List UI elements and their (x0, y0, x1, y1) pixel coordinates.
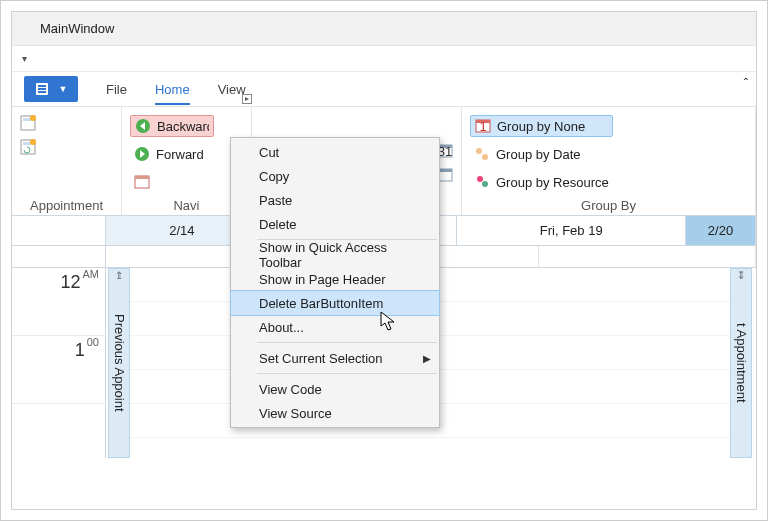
smart-tag-icon[interactable]: ▸ (242, 94, 252, 104)
menu-show-page-header[interactable]: Show in Page Header (231, 267, 439, 291)
new-appointment-icon[interactable] (20, 115, 36, 131)
svg-point-23 (482, 154, 488, 160)
menu-separator (257, 342, 437, 343)
group-resource-icon (474, 174, 490, 190)
svg-rect-18 (438, 169, 452, 172)
group-date-icon (474, 146, 490, 162)
ribbon-scroll-up-button[interactable]: ˆ (736, 72, 756, 272)
group-by-resource-button[interactable]: Group by Resource (470, 171, 613, 193)
quick-access-toolbar: ▾ (12, 46, 756, 72)
group-by-none-button[interactable]: 1 Group by None (470, 115, 613, 137)
menu-copy[interactable]: Copy (231, 164, 439, 188)
window-title: MainWindow (40, 21, 114, 36)
time-cell-12am: 12 AM (12, 268, 105, 336)
next-appointment-button[interactable]: ⤇ t Appointment (730, 268, 752, 458)
time-gutter-header (12, 216, 106, 245)
chevron-down-icon: ▼ (59, 84, 68, 94)
svg-point-6 (30, 115, 36, 121)
menu-separator (257, 373, 437, 374)
ribbon-group-appointment: Appointment (12, 107, 122, 215)
time-cell-1: 1 00 (12, 336, 105, 404)
previous-appointment-label: Previous Appoint (112, 314, 127, 412)
next-appointment-label: t Appointment (734, 323, 749, 403)
submenu-arrow-icon: ▶ (423, 353, 431, 364)
menu-show-qat[interactable]: Show in Quick Access Toolbar (231, 243, 439, 267)
svg-point-25 (482, 181, 488, 187)
group-by-resource-label: Group by Resource (496, 175, 609, 190)
svg-point-24 (477, 176, 483, 182)
navigate-forward-label: Forward (156, 147, 204, 162)
group-caption-groupby: Group By (470, 196, 747, 213)
group-by-date-button[interactable]: Group by Date (470, 143, 613, 165)
allday-gutter (12, 246, 106, 267)
group-by-date-label: Group by Date (496, 147, 581, 162)
navigate-backward-button[interactable]: Backward (130, 115, 214, 137)
navigate-forward-button[interactable]: Forward (130, 143, 214, 165)
ribbon-tabs: ▼ File Home View ▸ (12, 72, 756, 106)
tab-home[interactable]: Home (155, 82, 190, 97)
chevron-up-icon: ˆ (744, 76, 748, 91)
app-menu-button[interactable]: ▼ (24, 76, 78, 102)
menu-cut[interactable]: Cut (231, 140, 439, 164)
navigate-goto-button[interactable] (130, 171, 214, 193)
svg-rect-1 (38, 85, 46, 87)
menu-about[interactable]: About... (231, 315, 439, 339)
group-caption-appointment: Appointment (20, 196, 113, 213)
group-none-icon: 1 (475, 118, 491, 134)
svg-point-22 (476, 148, 482, 154)
allday-cell[interactable] (539, 246, 756, 267)
svg-point-9 (30, 139, 36, 145)
ribbon-group-groupby: 1 Group by None Group by Date (462, 107, 756, 215)
window-titlebar: MainWindow (12, 12, 756, 46)
arrow-right-bar-icon: ⤇ (736, 271, 747, 279)
arrow-left-icon (135, 118, 151, 134)
previous-appointment-button[interactable]: ⤆ Previous Appoint (108, 268, 130, 458)
svg-rect-3 (38, 91, 46, 93)
menu-paste[interactable]: Paste (231, 188, 439, 212)
svg-rect-2 (38, 88, 46, 90)
new-recurring-appointment-icon[interactable] (20, 139, 36, 155)
qat-customize-icon[interactable]: ▾ (22, 53, 27, 64)
context-menu: Cut Copy Paste Delete Show in Quick Acce… (230, 137, 440, 428)
svg-text:1: 1 (479, 119, 486, 134)
group-caption-navigate: Navi (130, 196, 243, 213)
tab-file[interactable]: File (106, 82, 127, 97)
goto-date-icon (134, 174, 150, 190)
menu-view-source[interactable]: View Source (231, 401, 439, 425)
day-header-4[interactable]: Fri, Feb 19 (457, 216, 686, 245)
menu-delete-barbuttonitem[interactable]: Delete BarButtonItem (231, 291, 439, 315)
time-ruler: 12 AM 1 00 (12, 268, 106, 458)
navigate-backward-label: Backward (157, 119, 209, 134)
app-menu-icon (35, 82, 57, 96)
group-by-none-label: Group by None (497, 119, 585, 134)
svg-rect-13 (135, 176, 149, 179)
arrow-right-icon (134, 146, 150, 162)
menu-delete[interactable]: Delete (231, 212, 439, 236)
menu-view-code[interactable]: View Code (231, 377, 439, 401)
arrow-left-bar-icon: ⤆ (114, 271, 125, 279)
menu-set-current-selection[interactable]: Set Current Selection ▶ (231, 346, 439, 370)
